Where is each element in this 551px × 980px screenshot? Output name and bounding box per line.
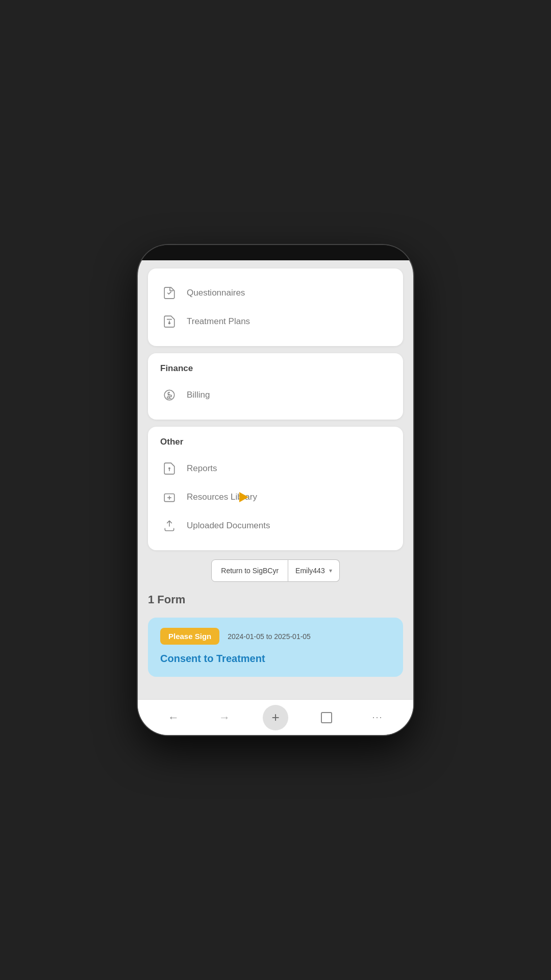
card-top-menu: Questionnaires Treatment Plans [148,268,403,346]
screen: Questionnaires Treatment Plans Finance [138,260,413,735]
menu-item-reports[interactable]: Reports [160,454,391,483]
finance-section-title: Finance [160,363,391,374]
reports-label: Reports [187,463,217,474]
user-dropdown-label: Emily443 [295,567,325,575]
back-button[interactable]: ← [161,705,186,730]
treatment-plans-label: Treatment Plans [187,316,250,327]
uploaded-docs-label: Uploaded Documents [187,521,270,531]
more-button[interactable]: ··· [365,705,390,730]
date-range: 2024-01-05 to 2025-01-05 [228,632,311,641]
forward-button[interactable]: → [212,705,237,730]
back-icon: ← [168,711,179,724]
resources-label: Resources Library [187,492,257,502]
add-button[interactable]: + [263,705,288,730]
bottom-nav: ← → + ··· [138,699,413,735]
forms-count: 1 Form [148,593,403,606]
return-row: Return to SigBCyr Emily443 ▾ [148,559,403,582]
please-sign-badge[interactable]: Please Sign [160,628,219,645]
other-section-title: Other [160,437,391,447]
more-icon: ··· [372,712,383,723]
reports-icon [160,459,179,478]
chevron-down-icon: ▾ [329,567,332,574]
menu-item-billing[interactable]: Billing [160,381,391,409]
card-other: Other Reports [148,427,403,550]
window-button[interactable] [314,705,339,730]
billing-label: Billing [187,390,210,400]
menu-item-treatment-plans[interactable]: Treatment Plans [160,307,391,336]
phone-frame: Questionnaires Treatment Plans Finance [138,245,413,735]
user-dropdown[interactable]: Emily443 ▾ [288,559,340,582]
billing-icon [160,386,179,404]
spacer [148,684,403,689]
questionnaires-icon [160,284,179,302]
uploaded-docs-icon [160,517,179,535]
consent-title[interactable]: Consent to Treatment [160,653,391,665]
please-sign-row: Please Sign 2024-01-05 to 2025-01-05 [160,628,391,645]
resources-icon [160,488,179,506]
menu-item-uploaded-docs[interactable]: Uploaded Documents [160,511,391,540]
plus-icon: + [271,709,279,725]
forward-icon: → [219,711,230,724]
menu-item-questionnaires[interactable]: Questionnaires [160,279,391,307]
questionnaires-label: Questionnaires [187,288,245,298]
form-card[interactable]: Please Sign 2024-01-05 to 2025-01-05 Con… [148,618,403,677]
treatment-plans-icon [160,312,179,331]
return-button[interactable]: Return to SigBCyr [211,559,288,582]
card-finance: Finance Billing [148,353,403,420]
content-scroll: Questionnaires Treatment Plans Finance [138,260,413,699]
menu-item-resources[interactable]: Resources Library [160,483,391,511]
window-icon [321,712,332,723]
